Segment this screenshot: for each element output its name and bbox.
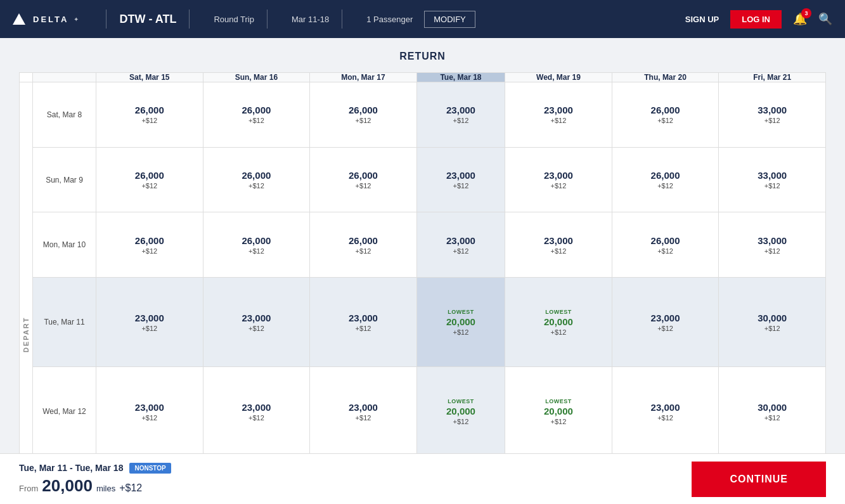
table-row: Tue, Mar 1123,000+$1223,000+$1223,000+$1… <box>20 278 826 367</box>
price-miles: 23,000 <box>417 170 505 181</box>
price-fee: +$12 <box>719 247 825 255</box>
row-label-1: Sun, Mar 9 <box>33 147 96 212</box>
row-label-4: Wed, Mar 12 <box>33 367 96 456</box>
price-fee: +$12 <box>719 182 825 190</box>
footer-trip-info: Tue, Mar 11 - Tue, Mar 18 NONSTOP From 2… <box>19 463 171 496</box>
price-fee: +$12 <box>505 328 612 336</box>
price-cell-0-3[interactable]: 23,000+$12 <box>416 82 505 148</box>
price-miles: 20,000 <box>417 316 505 327</box>
lowest-label: LOWEST <box>505 398 612 404</box>
price-miles: 23,000 <box>417 105 505 115</box>
modify-button[interactable]: MODIFY <box>424 11 475 28</box>
price-cell-2-0[interactable]: 26,000+$12 <box>96 212 203 278</box>
price-fee: +$12 <box>310 117 416 124</box>
price-fee: +$12 <box>96 117 203 124</box>
price-fee: +$12 <box>203 182 310 190</box>
price-cell-2-2[interactable]: 26,000+$12 <box>310 212 417 278</box>
price-miles: 23,000 <box>417 235 505 246</box>
price-miles: 23,000 <box>310 402 416 413</box>
search-icon[interactable]: 🔍 <box>818 12 832 26</box>
price-cell-4-3[interactable]: LOWEST20,000+$12 <box>416 367 505 456</box>
login-button[interactable]: LOG IN <box>730 10 782 29</box>
price-fee: +$12 <box>417 247 505 255</box>
col-header-2: Mon, Mar 17 <box>310 73 417 82</box>
price-fee: +$12 <box>417 418 505 425</box>
price-fee: +$12 <box>96 247 203 255</box>
price-cell-2-3[interactable]: 23,000+$12 <box>416 212 505 278</box>
price-cell-1-2[interactable]: 26,000+$12 <box>310 147 417 212</box>
price-cell-0-1[interactable]: 26,000+$12 <box>203 82 310 148</box>
row-label-0: Sat, Mar 8 <box>33 82 96 148</box>
price-miles: 30,000 <box>719 402 825 413</box>
price-fee: +$12 <box>612 414 719 422</box>
logo-decoration: ✦ <box>74 16 81 23</box>
price-fee: +$12 <box>203 117 310 124</box>
price-miles: 20,000 <box>417 406 505 417</box>
price-fee: +$12 <box>203 247 310 255</box>
price-cell-2-6[interactable]: 33,000+$12 <box>719 212 826 278</box>
price-cell-1-0[interactable]: 26,000+$12 <box>96 147 203 212</box>
depart-label-cell: DEPART <box>20 82 33 505</box>
price-fee: +$12 <box>505 182 612 190</box>
calendar-table: Sat, Mar 15Sun, Mar 16Mon, Mar 17Tue, Ma… <box>19 72 826 504</box>
price-cell-4-1[interactable]: 23,000+$12 <box>203 367 310 456</box>
price-cell-4-5[interactable]: 23,000+$12 <box>612 367 719 456</box>
price-cell-4-6[interactable]: 30,000+$12 <box>719 367 826 456</box>
passengers-label: 1 Passenger <box>366 15 413 24</box>
price-cell-4-4[interactable]: LOWEST20,000+$12 <box>505 367 612 456</box>
price-cell-1-6[interactable]: 33,000+$12 <box>719 147 826 212</box>
price-fee: +$12 <box>310 247 416 255</box>
price-cell-2-5[interactable]: 26,000+$12 <box>612 212 719 278</box>
delta-logo[interactable]: DELTA ✦ <box>13 13 93 25</box>
price-cell-4-2[interactable]: 23,000+$12 <box>310 367 417 456</box>
price-cell-1-1[interactable]: 26,000+$12 <box>203 147 310 212</box>
price-cell-2-4[interactable]: 23,000+$12 <box>505 212 612 278</box>
price-cell-3-3[interactable]: LOWEST20,000+$12 <box>416 278 505 367</box>
price-cell-4-0[interactable]: 23,000+$12 <box>96 367 203 456</box>
price-cell-1-5[interactable]: 26,000+$12 <box>612 147 719 212</box>
price-miles: 23,000 <box>96 402 203 413</box>
continue-button[interactable]: CONTINUE <box>692 462 826 497</box>
header-right: SIGN UP LOG IN 🔔 3 🔍 <box>685 10 832 29</box>
divider-1 <box>106 10 106 29</box>
price-cell-3-0[interactable]: 23,000+$12 <box>96 278 203 367</box>
price-fee: +$12 <box>96 182 203 190</box>
price-cell-0-4[interactable]: 23,000+$12 <box>505 82 612 148</box>
signup-button[interactable]: SIGN UP <box>685 15 719 24</box>
trip-type-label: Round Trip <box>214 15 254 24</box>
delta-triangle-icon <box>13 13 25 25</box>
notification-bell[interactable]: 🔔 3 <box>793 12 807 26</box>
divider-4 <box>342 10 342 29</box>
price-fee: +$12 <box>612 325 719 332</box>
price-fee: +$12 <box>505 418 612 425</box>
price-fee: +$12 <box>719 414 825 422</box>
price-miles: 23,000 <box>612 313 719 323</box>
price-cell-1-4[interactable]: 23,000+$12 <box>505 147 612 212</box>
price-miles: 26,000 <box>310 170 416 181</box>
price-miles: 26,000 <box>310 235 416 246</box>
price-miles: 26,000 <box>612 105 719 115</box>
price-cell-1-3[interactable]: 23,000+$12 <box>416 147 505 212</box>
footer-from-label: From <box>19 484 38 493</box>
price-cell-0-0[interactable]: 26,000+$12 <box>96 82 203 148</box>
price-cell-0-2[interactable]: 26,000+$12 <box>310 82 417 148</box>
price-fee: +$12 <box>96 414 203 422</box>
price-miles: 20,000 <box>505 406 612 417</box>
table-body: DEPARTSat, Mar 826,000+$1226,000+$1226,0… <box>20 82 826 505</box>
footer-trip-label: Tue, Mar 11 - Tue, Mar 18 <box>19 463 123 473</box>
price-miles: 23,000 <box>310 313 416 323</box>
price-cell-3-4[interactable]: LOWEST20,000+$12 <box>505 278 612 367</box>
price-cell-3-6[interactable]: 30,000+$12 <box>719 278 826 367</box>
table-row: Sun, Mar 926,000+$1226,000+$1226,000+$12… <box>20 147 826 212</box>
price-cell-3-1[interactable]: 23,000+$12 <box>203 278 310 367</box>
table-row: DEPARTSat, Mar 826,000+$1226,000+$1226,0… <box>20 82 826 148</box>
price-cell-3-2[interactable]: 23,000+$12 <box>310 278 417 367</box>
table-row: Wed, Mar 1223,000+$1223,000+$1223,000+$1… <box>20 367 826 456</box>
price-fee: +$12 <box>96 325 203 332</box>
footer: Tue, Mar 11 - Tue, Mar 18 NONSTOP From 2… <box>0 453 845 504</box>
price-cell-0-5[interactable]: 26,000+$12 <box>612 82 719 148</box>
price-cell-0-6[interactable]: 33,000+$12 <box>719 82 826 148</box>
price-cell-2-1[interactable]: 26,000+$12 <box>203 212 310 278</box>
price-miles: 33,000 <box>719 235 825 246</box>
price-cell-3-5[interactable]: 23,000+$12 <box>612 278 719 367</box>
